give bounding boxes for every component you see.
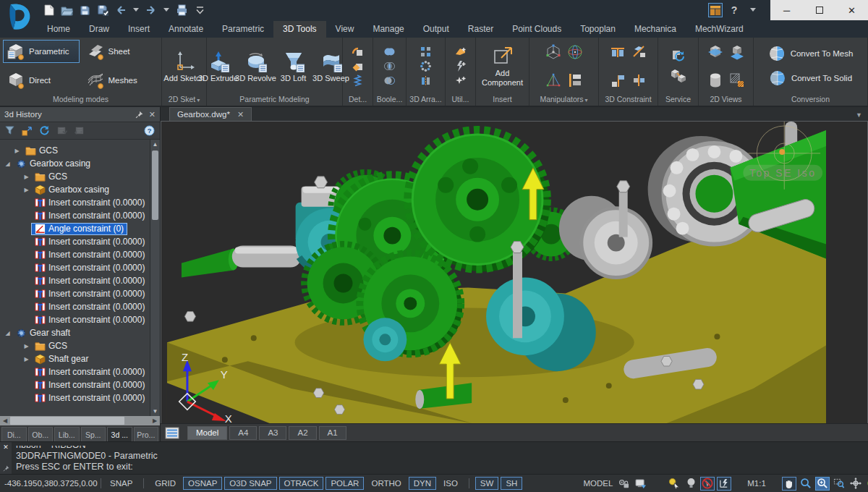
- dropdown-icon[interactable]: [132, 4, 140, 17]
- fix-constraint-icon[interactable]: [610, 72, 626, 88]
- expander-icon[interactable]: ◢: [3, 330, 12, 336]
- panel-tab-Pro[interactable]: Pro...: [134, 427, 159, 441]
- qsave-icon[interactable]: [96, 4, 109, 17]
- lightning-plus-icon[interactable]: [454, 60, 467, 72]
- panel-tab-Di[interactable]: Di...: [1, 427, 27, 441]
- layout-tab-a2[interactable]: A2: [289, 426, 316, 440]
- tree-item[interactable]: Insert constraint (0.0000): [0, 235, 150, 248]
- intersect-icon[interactable]: [383, 60, 396, 72]
- tree-item[interactable]: ▶Shaft gear: [0, 352, 150, 365]
- annotation-monitor-icon[interactable]: [634, 477, 648, 491]
- tree-item[interactable]: ▶Gearbox casing: [0, 183, 150, 196]
- layout-tab-model[interactable]: Model: [187, 426, 227, 440]
- quad-off-icon[interactable]: [700, 477, 715, 491]
- parametric-mode-button[interactable]: Parametric: [3, 40, 80, 63]
- tree-item[interactable]: Insert constraint (0.0000): [0, 209, 150, 222]
- tab-manage[interactable]: Manage: [363, 21, 413, 38]
- tree-item[interactable]: Insert constraint (0.0000): [0, 391, 150, 404]
- tree-item[interactable]: Insert constraint (0.0000): [0, 248, 150, 261]
- rect-array-icon[interactable]: [420, 46, 432, 58]
- free-orbit-icon[interactable]: [865, 477, 868, 491]
- solid-pair-icon[interactable]: [671, 67, 686, 83]
- tab-view[interactable]: View: [326, 21, 364, 38]
- refresh-icon[interactable]: [39, 125, 51, 137]
- angle-plane-icon[interactable]: [631, 44, 647, 60]
- tree-item[interactable]: ▶GCS: [0, 170, 150, 183]
- cylinder-view-icon[interactable]: [707, 72, 723, 88]
- expander-icon[interactable]: ▶: [22, 343, 31, 349]
- model-space-label[interactable]: MODEL: [583, 479, 613, 488]
- tree-item[interactable]: ▶GCS: [0, 144, 150, 157]
- tree-item[interactable]: Insert constraint (0.0000): [0, 261, 150, 274]
- detail-arch-icon[interactable]: [352, 46, 364, 58]
- tree-item[interactable]: Angle constraint (0): [0, 222, 150, 235]
- redo-icon[interactable]: [145, 4, 158, 17]
- mate-constraint-icon[interactable]: [610, 44, 626, 60]
- tab-3d-tools[interactable]: 3D Tools: [273, 21, 326, 38]
- lamp-icon[interactable]: [684, 477, 698, 491]
- tab-draw[interactable]: Draw: [80, 21, 119, 38]
- tree-item[interactable]: Insert constraint (0.0000): [0, 378, 150, 391]
- toggle-snap[interactable]: SNAP: [105, 477, 137, 490]
- update-solid-icon[interactable]: [671, 49, 686, 65]
- undo-icon[interactable]: [114, 4, 127, 17]
- layout-list-icon[interactable]: [165, 427, 179, 439]
- tab-home[interactable]: Home: [38, 21, 80, 38]
- detail-part-icon[interactable]: [352, 60, 364, 72]
- expander-icon[interactable]: ◢: [3, 161, 12, 167]
- toggle-grid[interactable]: GRID: [150, 477, 181, 490]
- annotation-lock-icon[interactable]: [616, 477, 631, 491]
- tree-item[interactable]: Insert constraint (0.0000): [0, 300, 150, 313]
- tree-item[interactable]: Insert constraint (0.0000): [0, 196, 150, 209]
- close-command-icon[interactable]: ✕: [3, 444, 9, 451]
- dynamic-ucs-icon[interactable]: [717, 477, 731, 491]
- toggle-sw[interactable]: SW: [475, 477, 499, 490]
- horizontal-scrollbar[interactable]: ◀ ▶: [0, 416, 160, 425]
- tab-mechanica[interactable]: Mechanica: [625, 21, 686, 38]
- convert-to-mesh-button[interactable]: Convert To Mesh: [762, 42, 859, 65]
- panel-tab-Lib[interactable]: Lib...: [54, 427, 80, 441]
- zoom-out-icon[interactable]: [799, 477, 813, 491]
- tab-point-clouds[interactable]: Point Clouds: [503, 21, 571, 38]
- plane-plus-icon[interactable]: [454, 46, 467, 58]
- tree-item[interactable]: ▶GCS: [0, 339, 150, 352]
- app-logo-icon[interactable]: [6, 2, 33, 33]
- expander-icon[interactable]: ▶: [12, 148, 22, 154]
- selection-preview-icon[interactable]: [667, 477, 681, 491]
- print-icon[interactable]: [175, 4, 188, 17]
- document-tab[interactable]: Gearbox.dwg* ✕: [169, 107, 252, 121]
- add-component-button[interactable]: Add Component: [485, 44, 521, 87]
- tab-parametric[interactable]: Parametric: [213, 21, 273, 38]
- pan-icon[interactable]: [782, 477, 796, 491]
- close-button[interactable]: ✕: [835, 0, 868, 20]
- filter-icon[interactable]: [4, 125, 16, 137]
- tab-raster[interactable]: Raster: [459, 21, 503, 38]
- align-bars-icon[interactable]: [567, 72, 583, 88]
- close-panel-icon[interactable]: ✕: [149, 110, 156, 119]
- help-icon[interactable]: ?: [727, 3, 741, 17]
- toggle-ortho[interactable]: ORTHO: [366, 477, 406, 490]
- component-link-icon[interactable]: [22, 125, 33, 137]
- tab-topoplan[interactable]: Topoplan: [571, 21, 625, 38]
- dropdown-icon[interactable]: [163, 4, 170, 17]
- annotation-scale[interactable]: M1:1: [747, 479, 766, 488]
- toggle-dyn[interactable]: DYN: [409, 477, 436, 490]
- toggle-osnap[interactable]: OSNAP: [183, 477, 222, 490]
- tab-mechwizard[interactable]: MechWizard: [686, 21, 753, 38]
- tab-output[interactable]: Output: [414, 21, 459, 38]
- hatch-view-icon[interactable]: [729, 72, 745, 88]
- toggle-polar[interactable]: POLAR: [326, 477, 364, 490]
- sheet-mode-button[interactable]: Sheet: [82, 40, 159, 63]
- tree-item[interactable]: Insert constraint (0.0000): [0, 365, 150, 378]
- rotate-sphere-icon[interactable]: [567, 44, 583, 60]
- tree-item[interactable]: Insert constraint (0.0000): [0, 287, 150, 300]
- star-plus-icon[interactable]: [454, 75, 467, 87]
- tree-item[interactable]: Insert constraint (0.0000): [0, 274, 150, 287]
- tab-overflow-icon[interactable]: ▼: [856, 111, 862, 119]
- pin-icon[interactable]: [135, 111, 143, 119]
- palette-icon[interactable]: [708, 3, 723, 17]
- tree-item[interactable]: ◢Gear shaft: [0, 326, 150, 339]
- command-line[interactable]: ✕ ribbon RIBBON3DDRAFTINGMODE0 - Paramet…: [0, 441, 868, 474]
- expander-icon[interactable]: ▶: [22, 174, 31, 180]
- 3d-revolve-button[interactable]: 3D Revolve: [238, 49, 274, 83]
